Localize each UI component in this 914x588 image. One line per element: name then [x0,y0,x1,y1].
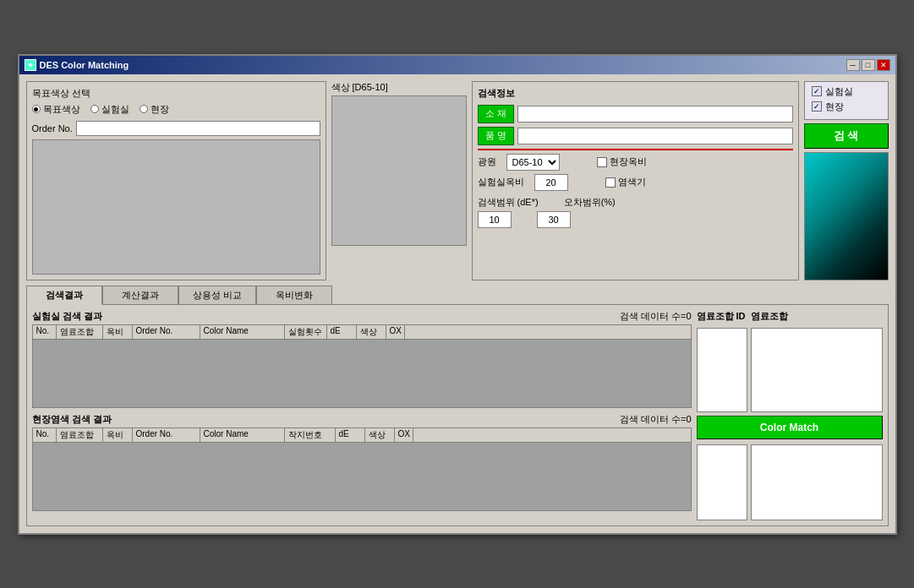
material-row: 소 재 [478,105,793,123]
tab-calculation[interactable]: 계산결과 [102,286,178,304]
range-input1[interactable] [478,211,512,228]
results-layout: 실험실 검색 결과 검색 데이터 수=0 No. 염료조합 옥비 Order N… [32,310,883,520]
dye-combo-label: 염료조합 [751,310,883,323]
tab-search-results[interactable]: 검색결과 [26,286,102,305]
color-match-button[interactable]: Color Match [697,416,883,439]
field-result-header: 현장염색 검색 결과 검색 데이터 수=0 [32,413,692,426]
field-table-body[interactable] [33,443,691,510]
lab-result-title: 실험실 검색 결과 [32,310,102,323]
lab-checkbox-item[interactable]: ✓ 실험실 [812,85,881,98]
lab-table-header: No. 염료조합 옥비 Order No. Color Name 실험횟수 dE… [33,325,691,340]
color-swatch-label: 색상 [D65-10] [331,81,467,94]
radio-lab-label: 실험실 [101,103,129,116]
range-input2[interactable] [537,211,571,228]
main-search-btn[interactable]: 검 색 [804,123,889,149]
window-content: 목표색상 선택 목표색상 실험실 현장 Or [19,74,895,533]
material-search-btn[interactable]: 소 재 [478,105,514,123]
app-icon: ◈ [25,59,36,71]
color-swatch-box [331,95,467,246]
lab-data-table: No. 염료조합 옥비 Order No. Color Name 실험횟수 dE… [32,324,692,408]
order-input[interactable] [76,121,320,136]
top-section: 목표색상 선택 목표색상 실험실 현장 Or [26,81,889,280]
field-recipe-checkbox[interactable]: 현장옥비 [597,155,647,168]
lab-col-no: No. [33,325,57,339]
search-info-panel: 검색정보 소 재 품 명 광원 D65-10 D50 A C [472,81,799,280]
field-col-ox: OX [395,428,413,442]
range-section: 검색범위 (dE*) 오차범위(%) [478,196,793,228]
dyeing-checkbox[interactable]: 염색기 [605,176,646,188]
range-label1: 검색범위 (dE*) [478,196,539,209]
order-row: Order No. [32,121,320,136]
lab-col-recipe: 옥비 [103,325,133,339]
title-controls: ─ □ ✕ [846,59,890,71]
main-window: ◈ DES Color Matching ─ □ ✕ 목표색상 선택 목표색상 [18,54,897,535]
target-list-box[interactable] [32,139,320,275]
field-checkbox-label: 현장 [825,101,844,113]
lab-value-row: 실험실옥비 염색기 [478,174,793,191]
radio-lab-circle[interactable] [90,105,99,113]
lab-col-ox: OX [386,325,405,339]
lab-col-colorname: Color Name [200,325,285,339]
field-table-header: No. 염료조합 옥비 Order No. Color Name 작지번호 dE… [33,428,691,443]
window-title: DES Color Matching [40,60,129,70]
title-bar-left: ◈ DES Color Matching [25,59,129,71]
radio-target[interactable]: 목표색상 [32,103,80,116]
tab-recipe-change[interactable]: 옥비변화 [256,286,332,304]
radio-target-circle[interactable] [32,105,41,113]
maximize-button[interactable]: □ [862,59,875,71]
range-labels: 검색범위 (dE*) 오차범위(%) [478,196,793,209]
product-search-btn[interactable]: 품 명 [478,127,514,145]
checkbox-panel: ✓ 실험실 ✓ 현장 [804,81,889,120]
color-swatch-panel: 색상 [D65-10] [331,81,467,280]
radio-field-circle[interactable] [140,105,148,113]
order-label: Order No. [32,123,73,133]
radio-lab[interactable]: 실험실 [90,103,129,116]
field-recipe-check-icon[interactable] [597,157,607,167]
radio-target-label: 목표색상 [43,103,80,116]
title-bar: ◈ DES Color Matching ─ □ ✕ [19,56,895,74]
field-checkbox-icon[interactable]: ✓ [812,101,822,112]
light-select[interactable]: D65-10 D50 A C [506,154,560,171]
close-button[interactable]: ✕ [877,59,890,71]
lab-checkbox-label: 실험실 [825,85,853,98]
lab-checkbox-icon[interactable]: ✓ [812,86,822,96]
color-swatch-small [697,444,747,520]
lab-col-de: dE [327,325,357,339]
divider [478,149,793,150]
field-checkbox-item[interactable]: ✓ 현장 [812,101,881,113]
field-col-order: Order No. [133,428,200,442]
lab-value-label: 실험실옥비 [478,176,524,188]
lab-col-dye: 염료조합 [57,325,103,339]
radio-field[interactable]: 현장 [140,103,169,116]
field-result-title: 현장염색 검색 결과 [32,413,112,426]
light-label: 광원 [478,155,496,168]
lab-table-body[interactable] [33,340,691,407]
target-panel-title: 목표색상 선택 [32,87,320,100]
tab-compatibility[interactable]: 상용성 비교 [178,286,256,304]
field-recipe-label: 현장옥비 [610,155,647,168]
product-input[interactable] [517,128,793,144]
target-color-panel: 목표색상 선택 목표색상 실험실 현장 Or [26,81,326,280]
field-result-section: 현장염색 검색 결과 검색 데이터 수=0 No. 염료조합 옥비 Order … [32,413,692,511]
lab-result-header: 실험실 검색 결과 검색 데이터 수=0 [32,310,692,323]
right-panel: ✓ 실험실 ✓ 현장 검 색 [804,81,889,280]
field-col-colorname: Color Name [200,428,285,442]
dyeing-check-icon[interactable] [605,177,616,188]
minimize-button[interactable]: ─ [846,59,860,71]
tabs-section: 검색결과 계산결과 상용성 비교 옥비변화 실험실 검색 결과 검색 데이터 수… [26,286,889,526]
field-col-no: No. [33,428,57,442]
radio-field-label: 현장 [151,103,169,116]
dye-combo-box [751,328,883,412]
dye-id-label: 염료조합 ID [697,310,747,323]
color-gradient-preview [804,152,889,280]
lab-value-input[interactable] [534,174,568,191]
dye-boxes-top [697,328,883,412]
dye-boxes-bottom [697,444,883,520]
tabs-bar: 검색결과 계산결과 상용성 비교 옥비변화 [26,286,889,304]
field-col-dye: 염료조합 [57,428,103,442]
field-data-table: No. 염료조합 옥비 Order No. Color Name 작지번호 dE… [32,427,692,511]
material-input[interactable] [517,106,793,122]
results-right: 염료조합 ID 염료조합 Color Match [697,310,883,520]
search-info-title: 검색정보 [478,87,793,100]
lab-col-color: 색상 [357,325,386,339]
